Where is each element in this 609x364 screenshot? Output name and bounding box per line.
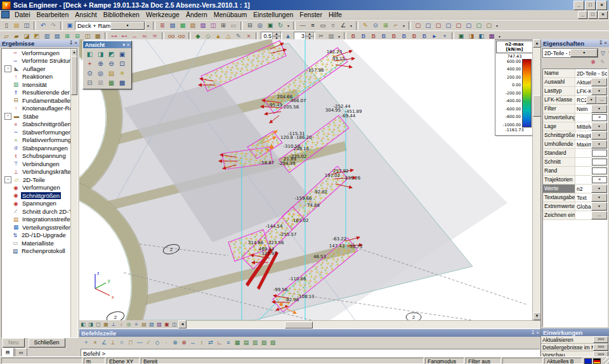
property-row[interactable]: Schnitt [543,158,607,167]
menu-fenster[interactable]: Fenster [296,11,325,18]
chevron-down-icon[interactable]: ▾ [591,131,607,140]
resize-grip[interactable] [603,357,609,364]
window-layout-4-icon[interactable]: ▢ [443,21,454,30]
checkbox[interactable] [592,167,607,174]
property-row[interactable]: Umverteilung...× [543,114,607,122]
print-icon[interactable]: ⊟ [245,21,255,30]
scroll-thumb[interactable] [71,56,77,95]
close-icon[interactable]: × [127,42,129,48]
ellipsis-button[interactable]: ... [591,211,607,219]
loads-icon[interactable]: ↓ [117,321,125,328]
menu-datei[interactable]: Datei [11,11,34,18]
property-value[interactable]: RC2.4 Rampe▾... [575,96,607,104]
line-icon[interactable]: — [298,21,308,30]
property-row[interactable]: Zeichnen ein...... [543,211,607,220]
photo-icon[interactable]: ▨ [198,21,208,30]
close-icon[interactable]: × [604,40,607,46]
grid-e-icon[interactable]: ▨ [268,339,277,348]
dot-cmd-icon[interactable]: · [162,339,171,348]
checker-icon[interactable]: ▩ [117,78,128,88]
table-icon[interactable]: ⊞ [218,21,228,30]
chevron-down-icon[interactable]: ▾ [591,122,607,131]
property-row[interactable]: Rand [543,167,607,176]
tree-item[interactable]: ⊟Fundamenttabelle [2,96,77,105]
neu-button[interactable]: Neu [3,338,25,348]
tree-item[interactable]: ↑Knotenauflager-Resultierend [2,105,77,113]
shading-icon[interactable]: ◨ [87,321,95,328]
checkbox[interactable] [592,159,607,166]
line-cmd-icon[interactable]: — [135,339,144,348]
property-value[interactable]: ... [575,211,607,219]
checkbox[interactable]: × [592,114,607,121]
expander-icon[interactable]: − [4,176,11,183]
snap-circle-icon[interactable]: ○ [117,339,126,348]
property-value[interactable]: Aktuell▾ [575,78,607,86]
menu-ändern[interactable]: Ändern [183,11,211,18]
grid-d-icon[interactable]: ▧ [259,339,268,348]
print-view-icon[interactable]: ⊟ [84,78,95,88]
chevron-down-icon[interactable]: ▾ [110,22,145,30]
volumes-icon[interactable]: ▦ [102,321,110,328]
child-minimize-button[interactable]: _ [578,11,587,19]
property-row[interactable]: FilterNein▾ [543,105,607,114]
polyline-icon[interactable]: ≡ [308,21,318,30]
window-layout-1-icon[interactable]: ▢ [413,21,423,30]
tree-item[interactable]: ▭Materialliste [2,239,77,247]
restore-button[interactable]: □ [585,1,596,10]
tangent-cmd-icon[interactable]: ⊗ [180,339,188,348]
grid-c-icon[interactable]: ▥ [251,339,259,348]
menu-hilfe[interactable]: Hilfe [325,11,345,18]
section-display-icon[interactable]: ▧ [148,321,155,328]
schliessen-button[interactable]: Schließen [29,338,65,348]
gallery-add-icon[interactable]: ▦ [106,78,117,88]
center-cmd-icon[interactable]: ⊕ [171,339,180,348]
germany-flag-icon[interactable] [593,358,601,364]
window-layout-8-icon[interactable]: ▢ [484,21,494,30]
angle-icon[interactable]: ∠ [338,21,348,30]
move-x-icon[interactable]: ↔ [188,339,197,348]
snap-angle-icon[interactable]: ∠ [100,339,108,348]
close-icon[interactable]: × [536,330,539,336]
chevron-down-icon[interactable]: ▾ [591,140,607,148]
ortho-icon[interactable]: ∟ [215,339,224,348]
property-value[interactable]: Nein▾ [575,105,607,113]
chevron-down-icon[interactable]: ▾ [570,49,598,57]
property-value[interactable]: LFK-Klasse▾ [575,87,607,95]
tree-item[interactable]: ⇅2D-/1D-Upgrade [2,231,77,240]
redraw-icon[interactable]: ↻ [275,21,285,30]
tree-item[interactable]: ▥Intensität [2,81,77,89]
circle-icon[interactable]: ○ [328,21,338,30]
expander-icon[interactable]: − [4,113,11,120]
chevron-down-icon[interactable]: ▾ [285,23,291,28]
window-layout-6-icon[interactable]: ▢ [464,21,474,30]
chevron-down-icon[interactable]: ▾ [591,202,607,211]
chevron-down-icon[interactable]: ▾ [494,23,500,28]
model-scene[interactable]: 2 2 2 x y z [79,39,533,320]
tree-item[interactable]: ▤Integrationsstreifen [2,216,77,224]
scroll-left-icon[interactable]: ◄ [178,320,187,328]
search-icon[interactable]: ◎ [255,21,265,30]
tree-item[interactable]: ⊤Verbindungen [2,160,77,168]
language-swatch-icon[interactable] [584,358,592,364]
chevron-down-icon[interactable]: ▾ [591,87,607,95]
property-value[interactable]: n2▾ [575,185,607,193]
layers-icon[interactable]: ≣ [157,21,167,30]
property-value[interactable]: 2D-Teile - Schnitt... [575,69,607,77]
tree-item[interactable]: ↑Reaktionen [2,73,77,81]
light-icon[interactable]: ☀ [117,68,128,78]
chevron-down-icon[interactable]: ▾ [591,193,607,202]
results-display-icon[interactable]: ▤ [140,321,148,328]
menu-einstellungen[interactable]: Einstellungen [250,11,296,18]
chevron-down-icon[interactable]: ▾ [145,23,151,28]
print-preview-icon[interactable]: ▤ [167,21,178,30]
tree-item[interactable]: τSchubspannung [2,152,77,160]
tree-item[interactable]: ▤Rechenprotokoll [2,247,77,256]
save-icon[interactable]: ◫ [22,21,32,30]
property-value[interactable]: Text▾ [575,193,607,202]
snap-cross-icon[interactable]: × [91,339,100,348]
tree-item[interactable]: −▱2D-Teile [2,176,77,184]
tree-item[interactable]: ∼Verformungen [2,49,77,57]
pin-icon[interactable]: ↧ [531,330,535,336]
expander-icon[interactable]: − [4,65,11,72]
document-icon[interactable]: ▭ [228,21,239,30]
